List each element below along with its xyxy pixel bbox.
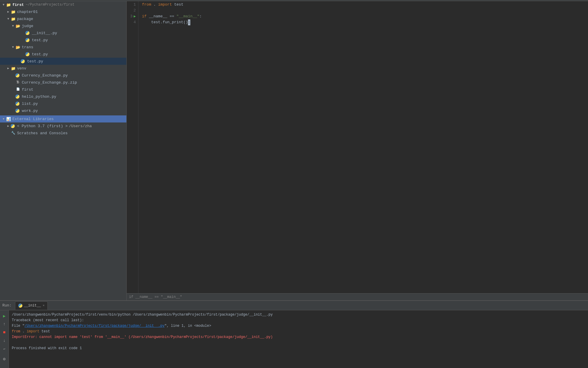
venv-arrow (6, 67, 11, 70)
output-line-7: Process finished with exit code 1 (12, 346, 588, 351)
chapter01-label: chapter01 (17, 10, 38, 14)
package-icon: 📁 (11, 17, 16, 21)
editor-content: 1 2 3 ▶ 4 from . import test if (127, 1, 588, 293)
python37-label: < Python 3.7 (first) > (17, 124, 68, 128)
sidebar-item-first-file[interactable]: 📄 first (0, 86, 126, 93)
output-line-2: Traceback (most recent call last): (12, 318, 588, 323)
ext-libs-arrow (1, 117, 6, 121)
root-label: first (12, 3, 24, 7)
fun-call: test.fun_print() (142, 19, 188, 25)
run-btn-down[interactable]: ↓ (1, 337, 8, 344)
first-file-icon: 📄 (15, 87, 21, 92)
test-py-judge-label: test.py (32, 38, 48, 42)
bottom-panel: Run: __init__ × ▶ ↑ ■ ↓ ↩ ⚙ /Users/zhang… (0, 300, 588, 368)
judge-label: judge (22, 24, 33, 28)
ext-libs-label: External Libraries (12, 117, 54, 121)
run-btn-play[interactable]: ▶ (1, 313, 8, 319)
venv-icon: 📁 (11, 66, 16, 70)
kw-if: if (142, 14, 147, 19)
code-area[interactable]: from . import test if __name__ == "__mai… (138, 1, 588, 293)
line-num-1: 1 (127, 2, 136, 8)
run-btn-settings[interactable]: ⚙ (1, 356, 8, 362)
list-py-label: list.py (22, 102, 38, 106)
output-line-3: File "/Users/zhangwenbin/PycharmProjects… (12, 323, 588, 329)
code-line-2 (142, 8, 588, 14)
scratches-label: Scratches and Consoles (17, 131, 68, 135)
first-file-label: first (22, 87, 33, 92)
run-tab-bar: Run: __init__ × (0, 301, 588, 310)
import-test: test (172, 2, 183, 8)
sidebar-item-scratches[interactable]: 🔧 Scratches and Consoles (0, 130, 126, 137)
main-str: "__main__" (176, 14, 199, 19)
trans-arrow (11, 46, 15, 49)
code-line-1: from . import test (142, 2, 588, 8)
test-py-package-label: test.py (27, 59, 43, 64)
sidebar-item-test-py-package[interactable]: test.py (0, 58, 126, 65)
venv-label: venv (17, 66, 26, 71)
output-line-4: from . import test (12, 329, 588, 334)
python37-arrow (6, 124, 11, 128)
output-dot: . (20, 329, 27, 334)
root-arrow (1, 3, 6, 6)
line-num-4: 4 (127, 19, 136, 25)
work-py-label: work.py (22, 109, 38, 113)
run-btn-up[interactable]: ↑ (1, 321, 8, 327)
root-folder-icon: 📁 (6, 3, 11, 7)
bottom-run-content: ▶ ↑ ■ ↓ ↩ ⚙ /Users/zhangwenbin/PycharmPr… (0, 310, 588, 368)
main-area: 📁 first ~/PycharmProjects/first 📁 chapte… (0, 1, 588, 300)
sidebar-item-currency-zip[interactable]: 🗜 Currency_Exchange.py.zip (0, 79, 126, 86)
sidebar-item-external-libraries[interactable]: 📊 External Libraries (0, 115, 126, 122)
judge-arrow (11, 24, 15, 28)
sidebar-item-test-py-judge[interactable]: test.py (0, 37, 126, 44)
init-py-label: __init__.py (32, 31, 57, 35)
sidebar-item-init-py[interactable]: __init__.py (0, 29, 126, 37)
test-py-judge-icon (25, 38, 31, 42)
sidebar-item-judge[interactable]: 📂 judge (0, 22, 126, 29)
currency-py-label: Currency_Exchange.py (22, 73, 68, 78)
trans-icon: 📂 (15, 45, 21, 49)
editor-status-bar: if __name__ == "__main__" (127, 293, 588, 300)
kw-import: import (158, 2, 172, 8)
sidebar-item-chapter01[interactable]: 📁 chapter01 (0, 8, 126, 15)
init-py-icon (25, 31, 31, 35)
run-tab-close[interactable]: × (43, 304, 45, 307)
ext-libs-icon: 📊 (6, 117, 11, 121)
sidebar-item-python37[interactable]: < Python 3.7 (first) > /Users/zha (0, 122, 126, 130)
output-line-6 (12, 340, 588, 346)
output-line-3-suffix: ", line 1, in <module> (165, 324, 211, 328)
name-var: __name__ (147, 14, 170, 19)
sidebar: 📁 first ~/PycharmProjects/first 📁 chapte… (0, 1, 127, 300)
text-cursor: | (188, 19, 190, 25)
run-tab-python-icon (18, 304, 22, 308)
line-numbers: 1 2 3 ▶ 4 (127, 1, 138, 293)
run-arrow: ▶ (134, 14, 136, 19)
package-arrow (6, 17, 11, 21)
output-test-name: test (39, 329, 50, 334)
sidebar-item-list-py[interactable]: list.py (0, 100, 126, 107)
editor-hint: if __name__ == "__main__" (129, 295, 182, 299)
sidebar-item-trans[interactable]: 📂 trans (0, 44, 126, 51)
run-toolbar: ▶ ↑ ■ ↓ ↩ ⚙ (0, 310, 9, 368)
editor-area: 1 2 3 ▶ 4 from . import test if (127, 1, 588, 300)
judge-icon: 📂 (15, 24, 21, 28)
sidebar-item-work-py[interactable]: work.py (0, 107, 126, 114)
sidebar-root[interactable]: 📁 first ~/PycharmProjects/first (0, 1, 126, 8)
sidebar-item-venv[interactable]: 📁 venv (0, 65, 126, 72)
run-tab[interactable]: __init__ × (15, 301, 48, 310)
sidebar-item-test-py-trans[interactable]: test.py (0, 51, 126, 58)
dot-space: . (151, 2, 158, 8)
output-file-link[interactable]: /Users/zhangwenbin/PycharmProjects/first… (24, 324, 164, 328)
run-tab-label: __init__ (24, 304, 41, 308)
work-py-icon (15, 109, 21, 113)
sidebar-item-hello-py[interactable]: hello_python.py (0, 93, 126, 100)
python37-icon (11, 124, 16, 128)
run-output: /Users/zhangwenbin/PycharmProjects/first… (9, 310, 588, 368)
output-import-kw: import (27, 329, 39, 334)
package-label: package (17, 17, 33, 21)
kw-from: from (142, 2, 151, 8)
trans-label: trans (22, 45, 33, 49)
run-btn-stop[interactable]: ■ (1, 329, 8, 336)
sidebar-item-currency-py[interactable]: Currency_Exchange.py (0, 72, 126, 79)
sidebar-item-package[interactable]: 📁 package (0, 15, 126, 22)
run-btn-wrap[interactable]: ↩ (1, 346, 8, 352)
